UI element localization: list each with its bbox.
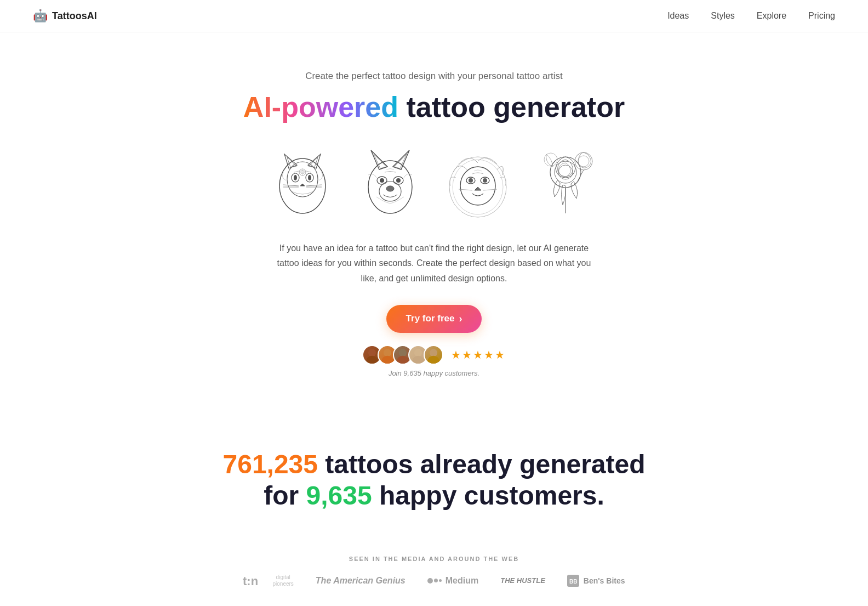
tattoo-wolf: [352, 139, 429, 224]
hero-title: AI-powered tattoo generator: [11, 92, 857, 123]
stat-number-2: 9,635: [306, 481, 372, 510]
svg-point-50: [384, 349, 391, 356]
nav-link-pricing[interactable]: Pricing: [808, 11, 835, 21]
media-section: SEEN IN THE MEDIA AND AROUND THE WEB t:n…: [0, 539, 868, 605]
navbar: 🤖 TattoosAI Ideas Styles Explore Pricing: [0, 0, 868, 32]
svg-point-28: [396, 178, 401, 183]
svg-point-55: [412, 356, 424, 365]
medium-dots-icon: [427, 578, 442, 584]
svg-point-41: [555, 161, 576, 183]
social-count-text: Join 9,635 happy customers.: [11, 369, 857, 377]
stats-headline: 761,235 tattoos already generated for 9,…: [11, 449, 857, 512]
svg-point-51: [381, 356, 393, 365]
svg-point-36: [483, 178, 487, 183]
hero-subtitle: Create the perfect tattoo design with yo…: [11, 71, 857, 82]
nav-link-explore[interactable]: Explore: [757, 11, 786, 21]
svg-point-53: [397, 356, 408, 365]
tattoo-lion: [439, 139, 516, 224]
stat-text-2: for: [264, 481, 306, 510]
svg-line-13: [306, 185, 322, 186]
avatar-5: [424, 345, 443, 365]
media-logo-tn: t:n digitalpioneers: [243, 573, 293, 588]
star-icons: ★★★★★: [451, 349, 506, 361]
svg-point-27: [380, 178, 384, 183]
svg-text:t:n: t:n: [243, 574, 258, 588]
media-logo-american-genius: The American Genius: [316, 576, 406, 586]
svg-point-8: [294, 175, 297, 180]
tattoo-examples: [11, 139, 857, 224]
tattoo-roses: [527, 139, 604, 224]
svg-line-46: [576, 170, 584, 183]
cta-arrow-icon: ›: [459, 313, 462, 325]
svg-point-32: [460, 167, 495, 205]
nav-link-styles[interactable]: Styles: [711, 11, 735, 21]
svg-point-43: [575, 152, 592, 170]
media-logos: t:n digitalpioneers The American Genius …: [11, 573, 857, 588]
logo-icon: 🤖: [33, 9, 48, 23]
logo[interactable]: 🤖 TattoosAI: [33, 9, 97, 23]
nav-link-ideas[interactable]: Ideas: [667, 11, 689, 21]
tn-subtitle: digitalpioneers: [272, 574, 293, 587]
stats-section: 761,235 tattoos already generated for 9,…: [0, 405, 868, 539]
hero-title-rest: tattoo generator: [398, 91, 625, 123]
stat-text-1: tattoos already generated: [318, 450, 646, 479]
stars-rating: ★★★★★: [451, 348, 506, 361]
media-logo-hustle: the HUSTLE: [500, 576, 545, 585]
svg-point-52: [399, 349, 407, 356]
media-logo-medium: Medium: [427, 576, 478, 586]
svg-point-56: [430, 349, 437, 356]
media-label: SEEN IN THE MEDIA AND AROUND THE WEB: [11, 556, 857, 562]
hero-title-colored: AI-powered: [243, 91, 398, 123]
svg-point-48: [368, 349, 376, 356]
svg-point-44: [578, 156, 589, 167]
svg-point-9: [308, 175, 311, 180]
svg-point-29: [386, 186, 394, 191]
nav-links: Ideas Styles Explore Pricing: [667, 11, 835, 21]
tattoo-cat: [264, 139, 341, 224]
svg-line-11: [283, 185, 299, 186]
svg-marker-10: [300, 184, 305, 186]
svg-point-54: [414, 349, 422, 356]
avatar-group: [362, 345, 443, 365]
stat-text-3: happy customers.: [372, 481, 604, 510]
hero-section: Create the perfect tattoo design with yo…: [0, 32, 868, 405]
svg-point-57: [427, 356, 439, 365]
svg-text:BB: BB: [569, 579, 577, 585]
svg-point-49: [366, 356, 378, 365]
social-proof: ★★★★★: [11, 345, 857, 365]
svg-point-35: [469, 178, 473, 183]
logo-text: TattoosAI: [52, 10, 97, 22]
cta-label: Try for free: [406, 313, 455, 324]
svg-marker-37: [475, 187, 481, 190]
hero-description: If you have an idea for a tattoo but can…: [270, 241, 598, 286]
media-logo-bens-bites: BB Ben's Bites: [567, 575, 625, 587]
cta-button[interactable]: Try for free ›: [386, 305, 482, 333]
stat-number-1: 761,235: [222, 450, 318, 479]
